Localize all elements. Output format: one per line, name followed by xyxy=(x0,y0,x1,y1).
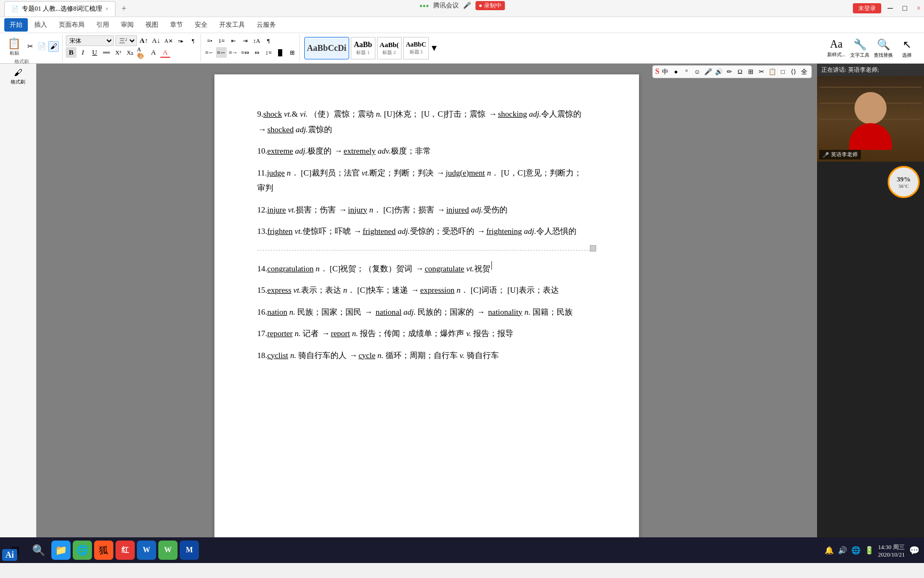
font-extra-btn[interactable]: ≡▸ xyxy=(175,35,186,46)
underline-btn[interactable]: U xyxy=(89,47,100,58)
new-tab-btn[interactable]: + xyxy=(118,2,130,15)
title-bar: 📄 专题01 人教...选修8词汇梳理 × + ●●● 腾讯会议 🎤 ● 录制中… xyxy=(0,0,924,17)
taskbar-app-sogou[interactable]: 狐 xyxy=(94,541,113,560)
taskbar-clock[interactable]: 14:30 周三 2020/10/21 xyxy=(878,543,905,558)
login-button[interactable]: 未登录 xyxy=(853,3,881,13)
tab-cloud[interactable]: 云服务 xyxy=(251,18,281,32)
align-right-btn[interactable]: ≡→ xyxy=(228,47,238,58)
tab-review[interactable]: 审阅 xyxy=(116,18,139,32)
font-shrink-btn[interactable]: A↓ xyxy=(151,35,161,46)
font-family-select[interactable]: 宋体 xyxy=(66,35,114,46)
font-grow-btn[interactable]: A↑ xyxy=(138,35,149,46)
style-preset-h2[interactable]: AaBb( 标题 2 xyxy=(377,37,402,59)
sogou-chinese-btn[interactable]: 中 xyxy=(660,67,670,77)
tab-close-btn[interactable]: × xyxy=(105,6,109,12)
tab-insert[interactable]: 插入 xyxy=(29,18,52,32)
show-marks-btn[interactable]: ¶ xyxy=(263,35,274,46)
tab-start[interactable]: 开始 xyxy=(4,18,28,32)
tab-page-layout[interactable]: 页面布局 xyxy=(53,18,90,32)
entry-15-meaning1: 表示；表达 xyxy=(301,286,343,294)
shading-btn[interactable]: █ xyxy=(275,47,286,58)
select-icon: ↖ xyxy=(903,38,912,51)
taskbar-app-rd[interactable]: 红 xyxy=(116,541,135,560)
format-painter-left-btn[interactable]: 🖌 格式刷 xyxy=(4,66,33,87)
sogou-dot-btn[interactable]: ● xyxy=(671,67,681,77)
superscript-btn[interactable]: X² xyxy=(113,47,124,58)
sogou-temp-btn[interactable]: ° xyxy=(682,67,691,77)
document-area[interactable]: 9.shock vt.& vi. （使）震惊；震动 n. [U]休克； [U，C… xyxy=(36,64,817,562)
sogou-box-btn[interactable]: □ xyxy=(778,67,788,77)
outdent-btn[interactable]: ⇤ xyxy=(228,35,238,46)
entry-15-pos3: n． xyxy=(457,286,469,294)
strikethrough-btn[interactable]: — xyxy=(101,47,112,58)
taskbar-app-wps[interactable]: W xyxy=(158,541,178,560)
sort-btn[interactable]: ↕A xyxy=(251,35,262,46)
style-preset-aabbcc[interactable]: AaBbCcDi xyxy=(304,37,349,59)
active-tab[interactable]: 📄 专题01 人教...选修8词汇梳理 × xyxy=(4,1,116,16)
copy-btn[interactable]: 📄 xyxy=(36,41,47,52)
find-replace-btn[interactable]: 🔍 查找替换 xyxy=(873,36,894,60)
subscript-btn[interactable]: X₂ xyxy=(125,47,135,58)
document-page: 9.shock vt.& vi. （使）震惊；震动 n. [U]休克； [U，C… xyxy=(214,74,639,562)
style-preset-h3[interactable]: AaBbC 标题 3 xyxy=(403,37,429,59)
font-size-select[interactable]: 三号 xyxy=(116,35,137,46)
entry-10-number: 10. xyxy=(257,147,267,155)
align-center-btn[interactable]: ≡↔ xyxy=(216,47,227,58)
sogou-emoji-btn[interactable]: ☺ xyxy=(692,67,702,77)
select-btn[interactable]: ↖ 选择 xyxy=(896,36,918,60)
new-style-btn[interactable]: Aa 新样式... xyxy=(826,36,847,60)
list-bullet-btn[interactable]: ≡• xyxy=(204,35,215,46)
window-max-btn[interactable]: □ xyxy=(899,4,910,13)
align-justify-btn[interactable]: ≡⇔ xyxy=(240,47,250,58)
bold-btn[interactable]: B xyxy=(66,47,76,58)
text-tools-btn[interactable]: 🔧 文字工具 xyxy=(849,36,871,60)
ribbon-tabs: 开始 插入 页面布局 引用 审阅 视图 章节 安全 开发工具 云服务 xyxy=(0,17,924,33)
list-num-btn[interactable]: 1≡ xyxy=(216,35,227,46)
sogou-clipboard-btn[interactable]: 📋 xyxy=(767,67,777,77)
tab-devtools[interactable]: 开发工具 xyxy=(214,18,250,32)
page-break-handle[interactable] xyxy=(590,245,596,252)
paste-btn[interactable]: 📋 粘贴 xyxy=(5,35,23,58)
taskbar-app-note[interactable]: M xyxy=(180,541,199,560)
font-color-btn[interactable]: A xyxy=(160,47,171,58)
para-btn[interactable]: ¶ xyxy=(188,35,198,46)
tab-references[interactable]: 引用 xyxy=(91,18,114,32)
sogou-bracket-btn[interactable]: ⟨⟩ xyxy=(789,67,798,77)
border-btn[interactable]: ⊞ xyxy=(287,47,297,58)
search-btn[interactable]: 🔍 xyxy=(28,539,49,561)
cut-btn[interactable]: ✂ xyxy=(25,41,35,52)
taskbar-app-files[interactable]: 📁 xyxy=(51,541,71,560)
entry-9-conj: & vi. xyxy=(292,110,308,118)
sogou-full-btn[interactable]: 全 xyxy=(799,67,809,77)
align-left-btn[interactable]: ≡← xyxy=(204,47,215,58)
format-painter-btn[interactable]: 🖌 xyxy=(48,41,59,52)
entry-12-word3: injured xyxy=(446,206,469,214)
window-close-btn[interactable]: × xyxy=(913,4,924,13)
notification-btn[interactable]: 💬 xyxy=(909,545,920,556)
sogou-omega-btn[interactable]: Ω xyxy=(735,67,745,77)
style-scroll-btn[interactable]: ▼ xyxy=(430,37,438,59)
entry-15-word: express xyxy=(267,286,291,294)
window-min-btn[interactable]: ─ xyxy=(884,4,896,13)
tab-security[interactable]: 安全 xyxy=(189,18,213,32)
entry-16-pos1: n. xyxy=(289,308,295,316)
taskbar-app-word[interactable]: W xyxy=(137,541,156,560)
taskbar-app-browser[interactable]: 🌐 xyxy=(73,541,92,560)
sogou-pen-btn[interactable]: ✏ xyxy=(725,67,734,77)
ai-badge[interactable]: Ai xyxy=(2,549,17,561)
sogou-grid-btn[interactable]: ⊞ xyxy=(746,67,756,77)
font-color-bg-btn[interactable]: A🎨 xyxy=(136,47,147,58)
indent-btn[interactable]: ⇥ xyxy=(240,35,250,46)
sogou-scissors-btn[interactable]: ✂ xyxy=(757,67,766,77)
line-spacing-btn[interactable]: ↕≡ xyxy=(263,47,274,58)
font-clear-btn[interactable]: A✕ xyxy=(163,35,174,46)
italic-btn[interactable]: I xyxy=(78,47,88,58)
entry-15-meaning3: 词语； xyxy=(481,286,505,294)
style-preset-h1[interactable]: AaBb 标题 1 xyxy=(351,37,375,59)
tab-view[interactable]: 视图 xyxy=(140,18,164,32)
distribute-btn[interactable]: ⇔ xyxy=(251,47,262,58)
highlight-btn[interactable]: A xyxy=(148,47,159,58)
sogou-speaker-btn[interactable]: 🔊 xyxy=(714,67,723,77)
tab-chapter[interactable]: 章节 xyxy=(165,18,188,32)
sogou-voice-btn[interactable]: 🎤 xyxy=(703,67,713,77)
